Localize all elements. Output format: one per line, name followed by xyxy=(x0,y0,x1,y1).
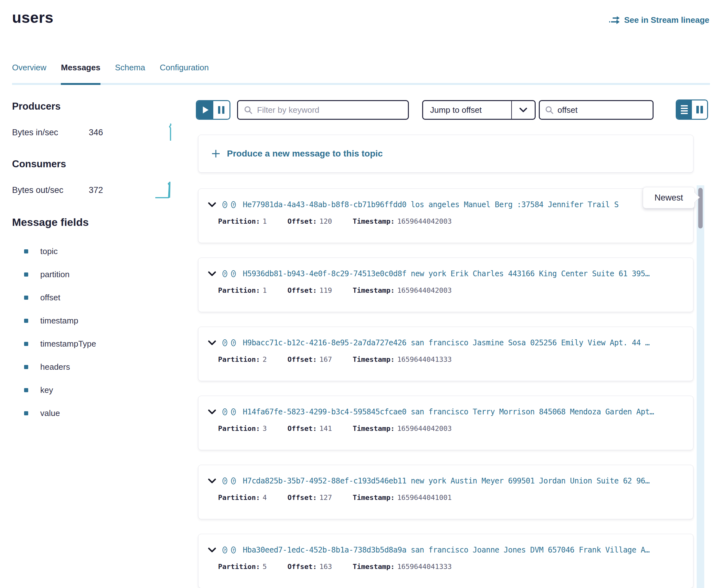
offset-label: Offset: xyxy=(287,493,317,502)
partition-label: Partition: xyxy=(218,563,260,571)
consumers-metric-row: Bytes out/sec 372 xyxy=(12,181,183,200)
pause-button[interactable] xyxy=(213,101,230,119)
list-view-icon xyxy=(681,108,688,109)
unknown-char-icon: ? xyxy=(231,478,236,484)
column-view-button[interactable] xyxy=(692,101,707,119)
newest-tooltip: Newest xyxy=(643,187,695,208)
field-item-timestampType[interactable]: timestampType xyxy=(12,332,183,355)
message-card[interactable]: ? ? H7cda825b-35b7-4952-88ef-c193d546eb1… xyxy=(198,465,694,519)
pause-icon xyxy=(218,106,220,114)
field-item-timestamp[interactable]: timestamp xyxy=(12,309,183,332)
offset-search-input[interactable] xyxy=(557,105,647,115)
play-icon xyxy=(203,106,209,113)
field-label: timestamp xyxy=(40,316,78,326)
message-card[interactable]: ? ? He77981da-4a43-48ab-b8f8-cb71b96ffdd… xyxy=(198,189,694,243)
message-meta: Partition:5 Offset:163 Timestamp:1659644… xyxy=(218,563,684,571)
filter-input-wrapper xyxy=(237,100,409,120)
tab-overview[interactable]: Overview xyxy=(12,63,46,85)
timestamp-label: Timestamp: xyxy=(353,287,395,294)
timestamp-label: Timestamp: xyxy=(353,493,395,502)
search-icon xyxy=(244,105,253,114)
message-value-preview: H7cda825b-35b7-4952-88ef-c193d546eb11 ne… xyxy=(243,477,649,485)
chevron-down-icon[interactable] xyxy=(208,271,216,276)
field-item-key[interactable]: key xyxy=(12,379,183,402)
message-card[interactable]: ? ? H14fa67fe-5823-4299-b3c4-595845cfcae… xyxy=(198,396,694,450)
list-view-button[interactable] xyxy=(677,101,692,119)
tab-messages[interactable]: Messages xyxy=(61,63,100,85)
chevron-down-icon[interactable] xyxy=(511,101,535,119)
filter-keyword-input[interactable] xyxy=(257,105,402,115)
field-label: value xyxy=(40,408,60,418)
unknown-char-icon: ? xyxy=(223,478,227,484)
produce-message-button[interactable]: Produce a new message to this topic xyxy=(198,135,694,173)
bullet-icon xyxy=(24,365,28,369)
offset-value: 119 xyxy=(319,287,332,294)
chevron-down-icon[interactable] xyxy=(208,547,216,552)
partition-value: 5 xyxy=(263,563,267,571)
page-title: users xyxy=(12,9,54,26)
timestamp-label: Timestamp: xyxy=(353,217,395,225)
chevron-down-icon[interactable] xyxy=(208,340,216,345)
message-value-preview: Hba30eed7-1edc-452b-8b1a-738d3b5d8a9a sa… xyxy=(243,546,649,554)
unknown-char-icon: ? xyxy=(231,339,236,346)
chevron-down-icon[interactable] xyxy=(208,409,216,414)
bullet-icon xyxy=(24,342,28,346)
partition-label: Partition: xyxy=(218,287,260,294)
message-card[interactable]: ? ? H5936db81-b943-4e0f-8c29-74513e0c0d8… xyxy=(198,257,694,312)
bytes-in-value: 346 xyxy=(89,128,140,138)
timestamp-value: 1659644042003 xyxy=(397,424,452,433)
timestamp-label: Timestamp: xyxy=(353,424,395,433)
message-value-preview: H9bacc71c-b12c-4216-8e95-2a7da727e426 sa… xyxy=(243,338,649,347)
chevron-down-icon[interactable] xyxy=(208,202,216,207)
chevron-down-icon[interactable] xyxy=(208,478,216,483)
scrollbar-track[interactable] xyxy=(697,185,704,588)
partition-label: Partition: xyxy=(218,493,260,502)
stream-lineage-link[interactable]: See in Stream lineage xyxy=(609,15,709,25)
play-button[interactable] xyxy=(197,101,213,119)
view-toggle xyxy=(676,100,708,120)
field-label: key xyxy=(40,385,53,395)
timestamp-value: 1659644041001 xyxy=(397,493,452,502)
column-view-icon xyxy=(696,106,699,113)
timestamp-value: 1659644041333 xyxy=(397,355,452,363)
message-meta: Partition:1 Offset:119 Timestamp:1659644… xyxy=(218,287,684,294)
partition-label: Partition: xyxy=(218,217,260,225)
field-label: partition xyxy=(40,270,70,279)
bytes-out-value: 372 xyxy=(89,185,140,195)
bullet-icon xyxy=(24,388,28,392)
bytes-out-label: Bytes out/sec xyxy=(12,185,89,195)
message-card[interactable]: ? ? Hba30eed7-1edc-452b-8b1a-738d3b5d8a9… xyxy=(198,534,694,588)
bullet-icon xyxy=(24,249,28,253)
offset-label: Offset: xyxy=(287,355,317,363)
producers-metric-row: Bytes in/sec 346 xyxy=(12,123,183,142)
offset-search-wrapper xyxy=(539,100,654,120)
partition-value: 4 xyxy=(263,493,267,502)
jump-to-offset-select[interactable]: Jump to offset xyxy=(422,100,536,120)
message-value-preview: H14fa67fe-5823-4299-b3c4-595845cfcae0 sa… xyxy=(243,407,654,416)
message-list: ? ? He77981da-4a43-48ab-b8f8-cb71b96ffdd… xyxy=(198,189,694,588)
unknown-char-icon: ? xyxy=(231,201,236,208)
message-meta: Partition:3 Offset:141 Timestamp:1659644… xyxy=(218,424,684,433)
unknown-char-icon: ? xyxy=(231,270,236,277)
bytes-in-label: Bytes in/sec xyxy=(12,128,89,138)
partition-value: 1 xyxy=(263,217,267,225)
offset-label: Offset: xyxy=(287,217,317,225)
field-item-partition[interactable]: partition xyxy=(12,263,183,286)
list-view-icon xyxy=(681,105,688,106)
field-item-offset[interactable]: offset xyxy=(12,286,183,309)
bytes-out-sparkline xyxy=(155,181,177,199)
field-item-value[interactable]: value xyxy=(12,402,183,425)
stream-lineage-label: See in Stream lineage xyxy=(624,15,709,25)
message-card[interactable]: ? ? H9bacc71c-b12c-4216-8e95-2a7da727e42… xyxy=(198,327,694,381)
scrollbar-thumb[interactable] xyxy=(698,188,703,228)
unknown-char-icon: ? xyxy=(223,408,227,415)
bullet-icon xyxy=(24,296,28,300)
tab-configuration[interactable]: Configuration xyxy=(160,63,209,85)
partition-value: 2 xyxy=(263,355,267,363)
pause-icon xyxy=(222,106,224,114)
field-item-headers[interactable]: headers xyxy=(12,355,183,379)
timestamp-value: 1659644042003 xyxy=(397,217,452,225)
bullet-icon xyxy=(24,411,28,415)
field-item-topic[interactable]: topic xyxy=(12,240,183,263)
tab-schema[interactable]: Schema xyxy=(115,63,145,85)
